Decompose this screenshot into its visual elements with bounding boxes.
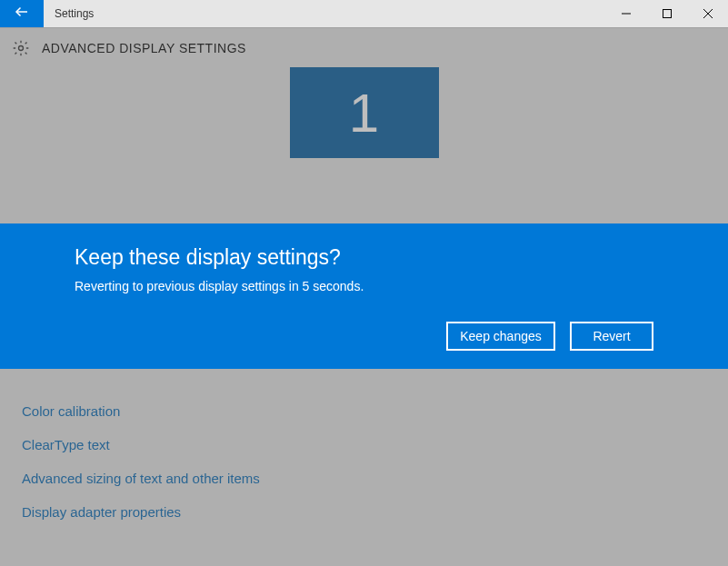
link-cleartype[interactable]: ClearType text — [22, 428, 706, 462]
monitor-preview-area: 1 — [0, 67, 728, 158]
dialog-title: Keep these display settings? — [75, 245, 653, 270]
minimize-button[interactable] — [605, 0, 646, 27]
page-header: ADVANCED DISPLAY SETTINGS — [0, 27, 728, 67]
window-title: Settings — [44, 7, 605, 20]
link-color-calibration[interactable]: Color calibration — [22, 394, 706, 428]
dialog-buttons: Keep changes Revert — [75, 322, 653, 351]
link-advanced-sizing[interactable]: Advanced sizing of text and other items — [22, 462, 706, 495]
back-arrow-icon — [14, 4, 30, 24]
maximize-button[interactable] — [646, 0, 687, 27]
maximize-icon — [663, 5, 672, 22]
titlebar: Settings — [0, 0, 728, 27]
window-controls — [605, 0, 728, 27]
confirm-dialog: Keep these display settings? Reverting t… — [0, 223, 728, 369]
minimize-icon — [622, 5, 631, 22]
related-links: Color calibration ClearType text Advance… — [0, 367, 728, 529]
link-adapter-properties[interactable]: Display adapter properties — [22, 495, 706, 529]
gear-icon — [11, 38, 31, 58]
close-icon — [703, 5, 713, 22]
monitor-tile-1[interactable]: 1 — [290, 67, 439, 158]
page-title: ADVANCED DISPLAY SETTINGS — [42, 41, 246, 55]
keep-changes-button[interactable]: Keep changes — [446, 322, 555, 351]
back-button[interactable] — [0, 0, 44, 27]
close-button[interactable] — [687, 0, 728, 27]
dialog-message: Reverting to previous display settings i… — [75, 279, 653, 293]
revert-button[interactable]: Revert — [570, 322, 653, 351]
svg-rect-2 — [663, 10, 671, 18]
monitor-number: 1 — [349, 82, 379, 144]
svg-point-5 — [19, 45, 24, 50]
